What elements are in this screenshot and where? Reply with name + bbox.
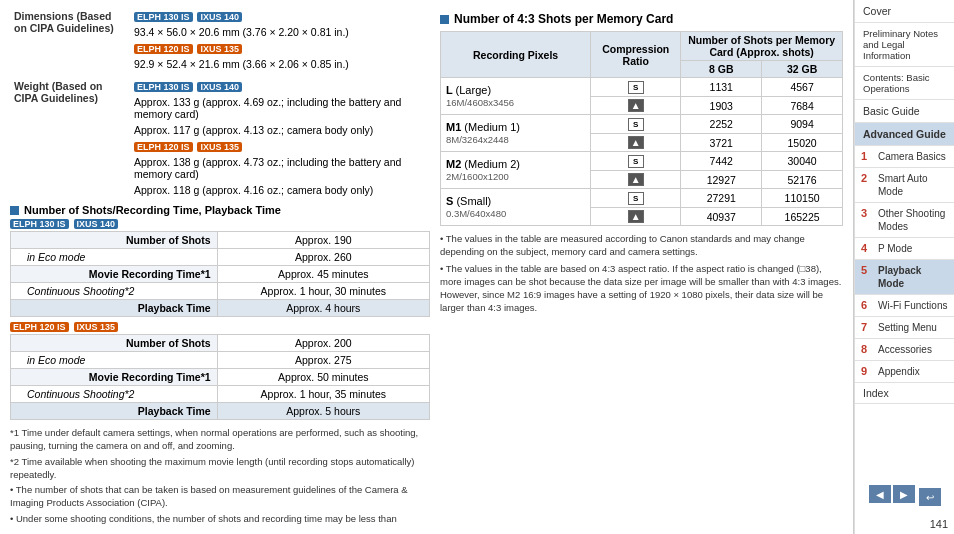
shots2-row2-label: in Eco mode <box>11 352 218 369</box>
shots2-row4-value: Approx. 1 hour, 35 minutes <box>217 386 429 403</box>
comp-icon-1: S <box>591 189 681 208</box>
sidebar-label-ch8: Accessories <box>878 343 932 356</box>
fn3: • The number of shots that can be taken … <box>10 483 430 510</box>
shots-card-title-text: Number of 4:3 Shots per Memory Card <box>454 12 673 26</box>
elph120-tag: ELPH 120 IS <box>134 44 193 54</box>
shots-per-card-table: Recording Pixels Compression Ratio Numbe… <box>440 31 843 226</box>
left-column: Dimensions (Based on CIPA Guidelines) EL… <box>10 8 430 526</box>
shots-ixus140-tag: IXUS 140 <box>74 219 119 229</box>
weight-elph120-tag: ELPH 120 IS <box>134 142 193 152</box>
shots-row3-value: Approx. 45 minutes <box>217 266 429 283</box>
weight-elph120-1: Approx. 138 g (approx. 4.73 oz.; includi… <box>130 154 430 182</box>
shots-row5-label: Playback Time <box>11 300 218 317</box>
sidebar-num-8: 8 <box>861 343 875 355</box>
sidebar-item-cover[interactable]: Cover <box>855 0 954 23</box>
sidebar-num-3: 3 <box>861 207 875 219</box>
sidebar-item-ch8[interactable]: 8 Accessories <box>855 339 954 361</box>
shots2-row2-value: Approx. 275 <box>217 352 429 369</box>
sidebar-num-7: 7 <box>861 321 875 333</box>
right-note2: • The values in the table are based on 4… <box>440 262 843 315</box>
sidebar-item-index[interactable]: Index <box>855 383 954 404</box>
dim-elph120-value: 92.9 × 52.4 × 21.6 mm (3.66 × 2.06 × 0.8… <box>130 56 430 72</box>
sidebar-item-ch1[interactable]: 1 Camera Basics <box>855 146 954 168</box>
sidebar-item-ch5[interactable]: 5 Playback Mode <box>855 260 954 295</box>
elph130-tag: ELPH 130 IS <box>134 12 193 22</box>
shots-32gb-2: 52176 <box>762 171 843 189</box>
weight-elph130-2: Approx. 117 g (approx. 4.13 oz.; camera … <box>130 122 430 138</box>
ixus135-tag: IXUS 135 <box>197 44 242 54</box>
weight-elph120-tags: ELPH 120 IS IXUS 135 <box>130 138 430 154</box>
shots-8gb-1: 7442 <box>681 152 762 171</box>
fn1: *1 Time under default camera settings, w… <box>10 426 430 453</box>
sidebar-label-ch1: Camera Basics <box>878 150 946 163</box>
sidebar-item-basic[interactable]: Basic Guide <box>855 100 954 123</box>
sidebar-item-ch9[interactable]: 9 Appendix <box>855 361 954 383</box>
shots-32gb-2: 15020 <box>762 134 843 152</box>
right-footnotes: • The values in the table are measured a… <box>440 232 843 315</box>
shots-elph130-tag: ELPH 130 IS <box>10 219 69 229</box>
weight-elph130-tags: ELPH 130 IS IXUS 140 <box>130 78 430 94</box>
sidebar: Cover Preliminary Notes and Legal Inform… <box>854 0 954 534</box>
col-recording: Recording Pixels <box>441 32 591 78</box>
dimensions-elph130-tags: ELPH 130 IS IXUS 140 <box>130 8 430 24</box>
dimensions-label: Dimensions (Based on CIPA Guidelines) <box>10 8 130 72</box>
sidebar-num-2: 2 <box>861 172 875 184</box>
sidebar-label-ch7: Setting Menu <box>878 321 937 334</box>
shots-32gb-1: 9094 <box>762 115 843 134</box>
shots-table2-tags: ELPH 120 IS IXUS 135 <box>10 322 430 332</box>
shots-row3-label: Movie Recording Time*1 <box>11 266 218 283</box>
shots2-row3-label: Movie Recording Time*1 <box>11 369 218 386</box>
weight-label: Weight (Based on CIPA Guidelines) <box>10 78 130 198</box>
shots-table-2: Number of Shots Approx. 200 in Eco mode … <box>10 334 430 420</box>
sidebar-item-advanced[interactable]: Advanced Guide <box>855 123 954 146</box>
weight-ixus140-tag: IXUS 140 <box>197 82 242 92</box>
col-32gb: 32 GB <box>762 61 843 78</box>
comp-icon-1: S <box>591 78 681 97</box>
weight-ixus135-tag: IXUS 135 <box>197 142 242 152</box>
ixus140-tag: IXUS 140 <box>197 12 242 22</box>
sidebar-num-4: 4 <box>861 242 875 254</box>
footnotes: *1 Time under default camera settings, w… <box>10 426 430 526</box>
shots-8gb-2: 3721 <box>681 134 762 152</box>
sidebar-item-ch3[interactable]: 3 Other Shooting Modes <box>855 203 954 238</box>
sidebar-item-ch6[interactable]: 6 Wi-Fi Functions <box>855 295 954 317</box>
shots-8gb-2: 40937 <box>681 208 762 226</box>
shots-table1-tags: ELPH 130 IS IXUS 140 <box>10 219 430 229</box>
page-number: 141 <box>855 514 954 534</box>
shots-32gb-2: 165225 <box>762 208 843 226</box>
sidebar-num-1: 1 <box>861 150 875 162</box>
shots2-row4-label: Continuous Shooting*2 <box>11 386 218 403</box>
sidebar-item-prelim[interactable]: Preliminary Notes and Legal Information <box>855 23 954 67</box>
sidebar-item-ch4[interactable]: 4 P Mode <box>855 238 954 260</box>
right-note1: • The values in the table are measured a… <box>440 232 843 259</box>
shots-row5-value: Approx. 4 hours <box>217 300 429 317</box>
col-shots: Number of Shots per Memory Card (Approx.… <box>681 32 843 61</box>
table-row: M1 (Medium 1) 8M/3264x2448 <box>441 115 591 152</box>
sidebar-item-ch2[interactable]: 2 Smart Auto Mode <box>855 168 954 203</box>
shots-32gb-2: 7684 <box>762 97 843 115</box>
prev-button[interactable]: ◀ <box>869 485 891 503</box>
shots-32gb-1: 30040 <box>762 152 843 171</box>
sidebar-item-ch7[interactable]: 7 Setting Menu <box>855 317 954 339</box>
home-button[interactable]: ↩ <box>919 488 941 506</box>
main-content: Dimensions (Based on CIPA Guidelines) EL… <box>0 0 854 534</box>
blue-square-icon2 <box>440 15 449 24</box>
shots-section-title: Number of Shots/Recording Time, Playback… <box>10 204 430 216</box>
shots-ixus135-tag: IXUS 135 <box>74 322 119 332</box>
shots-row1-value: Approx. 190 <box>217 232 429 249</box>
shots-8gb-1: 1131 <box>681 78 762 97</box>
weight-elph130-1: Approx. 133 g (approx. 4.69 oz.; includi… <box>130 94 430 122</box>
shots-card-section-title: Number of 4:3 Shots per Memory Card <box>440 12 843 26</box>
fn4: • Under some shooting conditions, the nu… <box>10 512 430 526</box>
sidebar-num-9: 9 <box>861 365 875 377</box>
sidebar-num-6: 6 <box>861 299 875 311</box>
comp-icon-2: ▲ <box>591 134 681 152</box>
shots-row2-value: Approx. 260 <box>217 249 429 266</box>
next-button[interactable]: ▶ <box>893 485 915 503</box>
sidebar-item-contents[interactable]: Contents: Basic Operations <box>855 67 954 100</box>
shots2-row1-value: Approx. 200 <box>217 335 429 352</box>
comp-icon-1: S <box>591 152 681 171</box>
shots-8gb-1: 2252 <box>681 115 762 134</box>
table-row: S (Small) 0.3M/640x480 <box>441 189 591 226</box>
blue-square-icon <box>10 206 19 215</box>
